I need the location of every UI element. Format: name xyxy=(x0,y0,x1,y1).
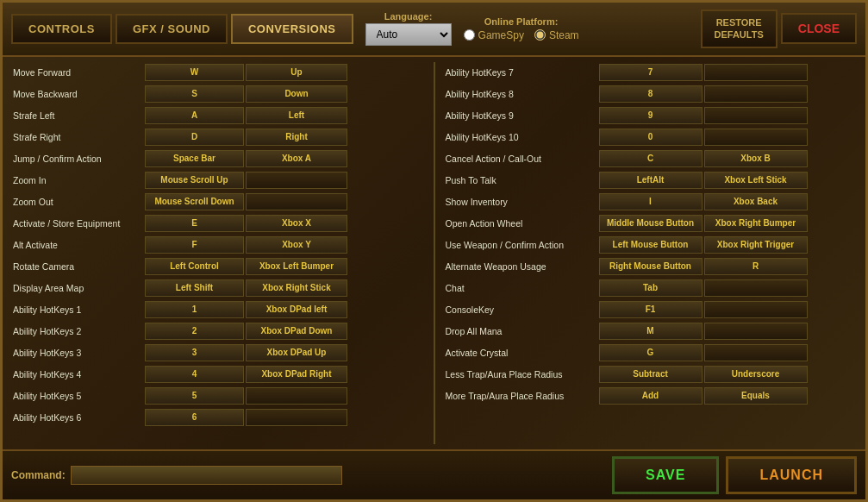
ctrl-primary-key[interactable]: 8 xyxy=(599,85,703,103)
ctrl-secondary-key[interactable]: Xbox DPad Down xyxy=(246,323,347,340)
tab-conversions[interactable]: CONVERSIONS xyxy=(231,14,353,44)
ctrl-secondary-key[interactable]: Xbox B xyxy=(704,150,808,167)
table-row: Zoom InMouse Scroll Up xyxy=(9,170,427,191)
ctrl-action-label: Zoom Out xyxy=(9,197,143,207)
ctrl-secondary-key[interactable]: Xbox Right Trigger xyxy=(704,236,808,254)
ctrl-action-label: More Trap/Aura Place Radius xyxy=(442,391,597,401)
ctrl-primary-key[interactable]: Space Bar xyxy=(145,150,244,167)
ctrl-secondary-key[interactable] xyxy=(704,107,808,124)
ctrl-secondary-key[interactable] xyxy=(246,409,347,426)
ctrl-secondary-key[interactable]: Underscore xyxy=(704,366,808,383)
ctrl-primary-key[interactable]: 2 xyxy=(145,323,244,340)
ctrl-secondary-key[interactable]: Xbox DPad Right xyxy=(246,366,347,383)
table-row: Ability HotKeys 44Xbox DPad Right xyxy=(9,364,427,385)
ctrl-action-label: Drop All Mana xyxy=(442,326,597,336)
ctrl-primary-key[interactable]: W xyxy=(145,64,244,81)
ctrl-action-label: Alternate Weapon Usage xyxy=(442,261,597,272)
ctrl-primary-key[interactable]: Left Control xyxy=(145,258,244,275)
ctrl-primary-key[interactable]: G xyxy=(599,344,703,361)
save-button[interactable]: SAVE xyxy=(612,456,719,494)
ctrl-primary-key[interactable]: 1 xyxy=(145,301,244,318)
launch-button[interactable]: LAUNCH xyxy=(726,456,857,494)
ctrl-primary-key[interactable]: E xyxy=(145,215,244,232)
ctrl-action-label: Zoom In xyxy=(9,175,143,185)
ctrl-action-label: Show Inventory xyxy=(442,197,597,207)
ctrl-action-label: Cancel Action / Call-Out xyxy=(442,154,597,164)
ctrl-action-label: Open Action Wheel xyxy=(442,218,597,229)
language-select[interactable]: Auto xyxy=(365,23,452,46)
ctrl-secondary-key[interactable] xyxy=(704,301,808,318)
ctrl-primary-key[interactable]: Left Mouse Button xyxy=(599,236,703,254)
main-window: CONTROLS GFX / SOUND CONVERSIONS Languag… xyxy=(0,0,868,502)
ctrl-secondary-key[interactable]: Down xyxy=(246,85,347,103)
tab-controls[interactable]: CONTROLS xyxy=(11,14,112,44)
ctrl-action-label: Ability HotKeys 4 xyxy=(9,369,143,380)
table-row: Open Action WheelMiddle Mouse ButtonXbox… xyxy=(442,213,859,234)
table-row: Strafe LeftALeft xyxy=(9,105,427,126)
ctrl-secondary-key[interactable]: Up xyxy=(246,64,347,81)
ctrl-primary-key[interactable]: 3 xyxy=(145,344,244,361)
table-row: Ability HotKeys 22Xbox DPad Down xyxy=(9,321,427,342)
ctrl-secondary-key[interactable]: Xbox A xyxy=(246,150,347,167)
ctrl-secondary-key[interactable]: Xbox Back xyxy=(704,193,808,210)
ctrl-primary-key[interactable]: F xyxy=(145,236,244,254)
table-row: Ability HotKeys 66 xyxy=(9,407,427,428)
ctrl-primary-key[interactable]: Mouse Scroll Down xyxy=(145,193,244,210)
ctrl-primary-key[interactable]: Mouse Scroll Up xyxy=(145,172,244,189)
ctrl-secondary-key[interactable]: Xbox Right Bumper xyxy=(704,215,808,232)
platform-steam[interactable]: Steam xyxy=(534,29,579,41)
ctrl-primary-key[interactable]: Left Shift xyxy=(145,279,244,297)
ctrl-primary-key[interactable]: 4 xyxy=(145,366,244,383)
ctrl-primary-key[interactable]: 0 xyxy=(599,129,703,146)
ctrl-secondary-key[interactable]: Xbox Right Stick xyxy=(246,279,347,297)
ctrl-primary-key[interactable]: M xyxy=(599,323,703,340)
ctrl-primary-key[interactable]: LeftAlt xyxy=(599,172,703,189)
table-row: Ability HotKeys 33Xbox DPad Up xyxy=(9,342,427,363)
ctrl-secondary-key[interactable] xyxy=(704,323,808,340)
ctrl-primary-key[interactable]: Right Mouse Button xyxy=(599,258,703,275)
ctrl-primary-key[interactable]: 6 xyxy=(145,409,244,426)
table-row: Strafe RightDRight xyxy=(9,127,427,147)
ctrl-primary-key[interactable]: C xyxy=(599,150,703,167)
ctrl-secondary-key[interactable] xyxy=(246,172,347,189)
ctrl-secondary-key[interactable]: Xbox DPad Up xyxy=(246,344,347,361)
ctrl-primary-key[interactable]: A xyxy=(145,107,244,124)
ctrl-secondary-key[interactable]: Equals xyxy=(704,387,808,405)
table-row: Ability HotKeys 100 xyxy=(442,127,859,147)
ctrl-secondary-key[interactable]: Xbox X xyxy=(246,215,347,232)
ctrl-secondary-key[interactable]: Left xyxy=(246,107,347,124)
ctrl-primary-key[interactable]: Tab xyxy=(599,279,703,297)
table-row: Move ForwardWUp xyxy=(9,62,427,83)
command-input[interactable] xyxy=(71,466,342,485)
ctrl-secondary-key[interactable]: Xbox Y xyxy=(246,236,347,254)
language-label: Language: xyxy=(384,11,433,22)
ctrl-secondary-key[interactable] xyxy=(704,129,808,146)
tab-gfx-sound[interactable]: GFX / SOUND xyxy=(116,14,228,44)
ctrl-secondary-key[interactable] xyxy=(704,64,808,81)
table-row: Ability HotKeys 88 xyxy=(442,84,859,104)
ctrl-primary-key[interactable]: 9 xyxy=(599,107,703,124)
ctrl-primary-key[interactable]: Subtract xyxy=(599,366,703,383)
ctrl-secondary-key[interactable] xyxy=(704,85,808,103)
ctrl-primary-key[interactable]: S xyxy=(145,85,244,103)
close-button[interactable]: CLOSE xyxy=(781,13,857,44)
ctrl-secondary-key[interactable]: Xbox Left Stick xyxy=(704,172,808,189)
ctrl-primary-key[interactable]: I xyxy=(599,193,703,210)
ctrl-primary-key[interactable]: F1 xyxy=(599,301,703,318)
ctrl-secondary-key[interactable]: Right xyxy=(246,129,347,146)
ctrl-primary-key[interactable]: Add xyxy=(599,387,703,405)
ctrl-secondary-key[interactable] xyxy=(246,387,347,405)
ctrl-primary-key[interactable]: D xyxy=(145,129,244,146)
ctrl-secondary-key[interactable]: Xbox Left Bumper xyxy=(246,258,347,275)
ctrl-secondary-key[interactable] xyxy=(704,279,808,297)
ctrl-primary-key[interactable]: 5 xyxy=(145,387,244,405)
platform-gamespy[interactable]: GameSpy xyxy=(464,29,524,41)
restore-defaults-button[interactable]: RESTOREDEFAULTS xyxy=(701,9,777,48)
ctrl-secondary-key[interactable]: Xbox DPad left xyxy=(246,301,347,318)
ctrl-primary-key[interactable]: 7 xyxy=(599,64,703,81)
ctrl-secondary-key[interactable]: R xyxy=(704,258,808,275)
ctrl-primary-key[interactable]: Middle Mouse Button xyxy=(599,215,703,232)
ctrl-secondary-key[interactable] xyxy=(246,193,347,210)
ctrl-secondary-key[interactable] xyxy=(704,344,808,361)
ctrl-action-label: Strafe Right xyxy=(9,132,143,142)
